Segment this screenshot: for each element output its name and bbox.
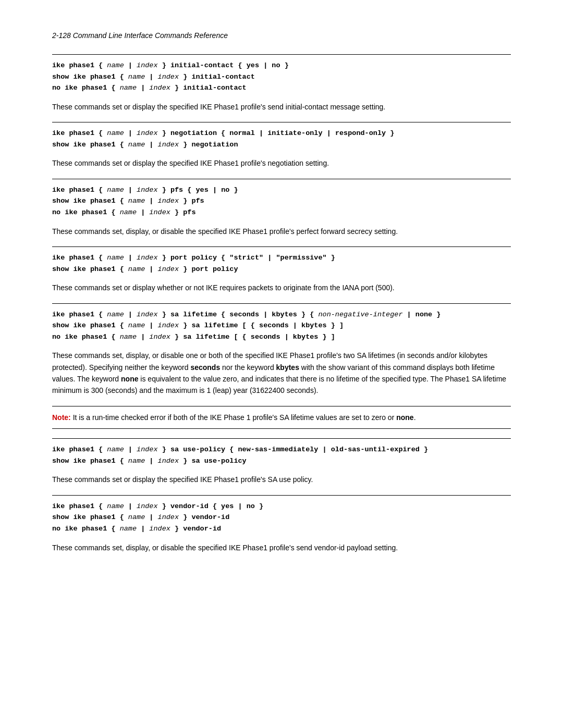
command-line-vid-2: show ike phase1 { name | index } vendor-… [52,512,511,523]
section-port-policy: ike phase1 { name | index } port policy … [52,246,511,294]
command-line-neg-1: ike phase1 { name | index } negotiation … [52,128,511,139]
command-line-3: no ike phase1 { name | index } initial-c… [52,82,511,94]
command-line-sup-2: show ike phase1 { name | index } sa use-… [52,455,511,467]
description-sa-use-policy: These commands set or display the specif… [52,474,511,485]
command-block-initial-contact: ike phase1 { name | index } initial-cont… [52,54,511,97]
command-line-pp-1: ike phase1 { name | index } port policy … [52,252,511,264]
command-line-vid-1: ike phase1 { name | index } vendor-id { … [52,501,511,512]
section-vendor-id: ike phase1 { name | index } vendor-id { … [52,495,511,553]
description-negotiation: These commands set or display the specif… [52,157,511,169]
command-line-2: show ike phase1 { name | index } initial… [52,71,511,83]
command-block-port-policy: ike phase1 { name | index } port policy … [52,246,511,278]
command-line-vid-3: no ike phase1 { name | index } vendor-id [52,523,511,535]
section-sa-use-policy: ike phase1 { name | index } sa use-polic… [52,438,511,486]
page-wrapper: 2-128 Command Line Interface Commands Re… [52,31,511,553]
page-header: 2-128 Command Line Interface Commands Re… [52,31,511,40]
command-line-pp-2: show ike phase1 { name | index } port po… [52,264,511,275]
command-line-sal-2: show ike phase1 { name | index } sa life… [52,320,511,331]
command-line-sup-1: ike phase1 { name | index } sa use-polic… [52,444,511,455]
command-block-sa-use-policy: ike phase1 { name | index } sa use-polic… [52,438,511,470]
command-line-sal-1: ike phase1 { name | index } sa lifetime … [52,309,511,320]
description-pfs: These commands set, display, or disable … [52,226,511,237]
section-initial-contact: ike phase1 { name | index } initial-cont… [52,54,511,113]
note-block: Note: It is a run-time checked error if … [52,406,511,429]
command-line-pfs-1: ike phase1 { name | index } pfs { yes | … [52,184,511,196]
description-vendor-id: These commands set, display, or disable … [52,542,511,553]
command-line-sal-3: no ike phase1 { name | index } sa lifeti… [52,331,511,343]
command-line-pfs-2: show ike phase1 { name | index } pfs [52,195,511,207]
command-line-1: ike phase1 { name | index } initial-cont… [52,60,511,71]
command-block-negotiation: ike phase1 { name | index } negotiation … [52,122,511,153]
page-title: 2-128 Command Line Interface Commands Re… [52,31,228,40]
note-label: Note: [52,413,71,422]
description-sa-lifetime: These commands set, display, or disable … [52,350,511,397]
command-block-vendor-id: ike phase1 { name | index } vendor-id { … [52,495,511,538]
section-pfs: ike phase1 { name | index } pfs { yes | … [52,179,511,237]
description-initial-contact: These commands set or display the specif… [52,101,511,113]
command-line-pfs-3: no ike phase1 { name | index } pfs [52,207,511,218]
note-text: Note: It is a run-time checked error if … [52,412,511,423]
command-block-pfs: ike phase1 { name | index } pfs { yes | … [52,179,511,221]
description-port-policy: These commands set or display whether or… [52,282,511,293]
command-block-sa-lifetime: ike phase1 { name | index } sa lifetime … [52,303,511,346]
note-content: It is a run-time checked error if both o… [73,413,416,422]
command-line-neg-2: show ike phase1 { name | index } negotia… [52,139,511,151]
section-sa-lifetime: ike phase1 { name | index } sa lifetime … [52,303,511,397]
section-negotiation: ike phase1 { name | index } negotiation … [52,122,511,169]
